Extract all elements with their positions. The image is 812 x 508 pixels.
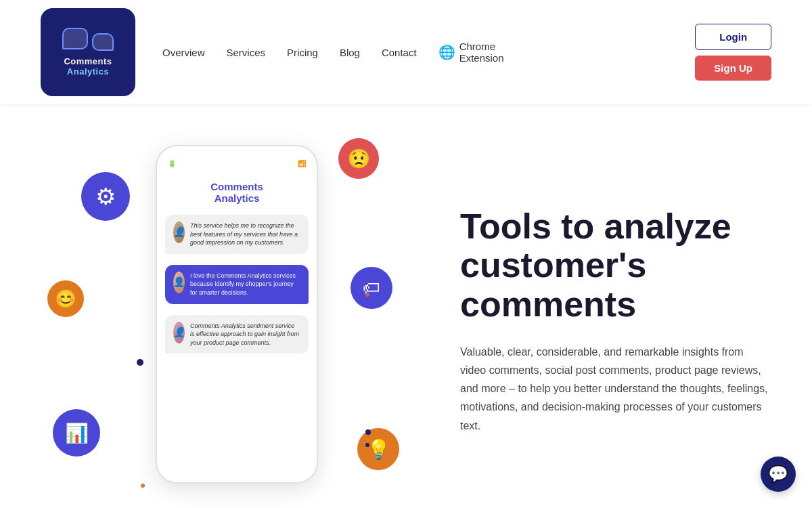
hero-content: Tools to analyze customer's comments Val…: [460, 207, 771, 435]
tag-icon: 🏷: [351, 267, 392, 309]
phone-status-bar: 🔋 📶: [157, 160, 317, 175]
login-button[interactable]: Login: [695, 24, 771, 50]
auth-buttons: Login Sign Up: [695, 24, 771, 81]
gear-icon: ⚙: [81, 172, 130, 221]
chat-comment-3: 👤 Comments Analytics sentiment service i…: [165, 315, 309, 354]
comment-text-2: I love the Comments Analytics services b…: [190, 272, 300, 297]
avatar-3: 👤: [173, 322, 185, 343]
phone-wifi-icon: 📶: [298, 160, 306, 167]
dot-3: [365, 429, 371, 435]
dot-1: [137, 359, 143, 366]
header: Comments Analytics Overview Services Pri…: [0, 0, 812, 104]
nav-overview[interactable]: Overview: [162, 47, 205, 58]
nav-blog[interactable]: Blog: [340, 47, 360, 58]
illustration-area: ⚙ 😟 😊 📊 🏷 💡 🔋 📶: [41, 131, 420, 508]
main-nav: Overview Services Pricing Blog Contact 🌐…: [162, 41, 695, 64]
phone-battery-icon: 🔋: [168, 160, 176, 167]
chat-comment-2: 👤 I love the Comments Analytics services…: [165, 265, 309, 304]
dot-4: [365, 443, 369, 447]
hero-section: ⚙ 😟 😊 📊 🏷 💡 🔋 📶: [0, 104, 812, 508]
chrome-icon: 🌐: [438, 44, 455, 60]
chart-icon: 📊: [53, 409, 100, 457]
avatar-2: 👤: [173, 272, 185, 293]
phone-mockup: 🔋 📶 Comments Analytics 👤 This service he…: [156, 145, 318, 484]
nav-services[interactable]: Services: [227, 47, 266, 58]
sad-emoji-icon: 😟: [338, 138, 379, 179]
chat-widget-icon: 💬: [768, 465, 788, 484]
chrome-label: Chrome Extension: [459, 41, 504, 64]
logo-bubble-left: [62, 28, 88, 49]
hero-title: Tools to analyze customer's comments: [460, 207, 771, 324]
logo-text-comments: Comments: [64, 56, 112, 66]
nav-chrome-extension[interactable]: 🌐 Chrome Extension: [438, 41, 504, 64]
signup-button[interactable]: Sign Up: [695, 56, 771, 81]
nav-contact[interactable]: Contact: [382, 47, 417, 58]
phone-app-title: Comments Analytics: [157, 175, 317, 215]
hero-description: Valuable, clear, considerable, and remar…: [460, 343, 771, 435]
comment-text-3: Comments Analytics sentiment service is …: [190, 322, 300, 347]
nav-pricing[interactable]: Pricing: [287, 47, 318, 58]
dot-6: [141, 484, 145, 488]
dot-2: [365, 293, 369, 297]
bulb-icon: 💡: [357, 428, 399, 470]
logo[interactable]: Comments Analytics: [41, 8, 135, 96]
chat-widget-button[interactable]: 💬: [761, 457, 796, 492]
comment-text-1: This service helps me to recognize the b…: [190, 221, 300, 247]
logo-text-analytics: Analytics: [67, 66, 109, 77]
avatar-1: 👤: [173, 221, 185, 243]
logo-bubble-right: [92, 33, 114, 51]
chat-comment-1: 👤 This service helps me to recognize the…: [165, 215, 309, 254]
happy-emoji-icon: 😊: [47, 280, 84, 317]
